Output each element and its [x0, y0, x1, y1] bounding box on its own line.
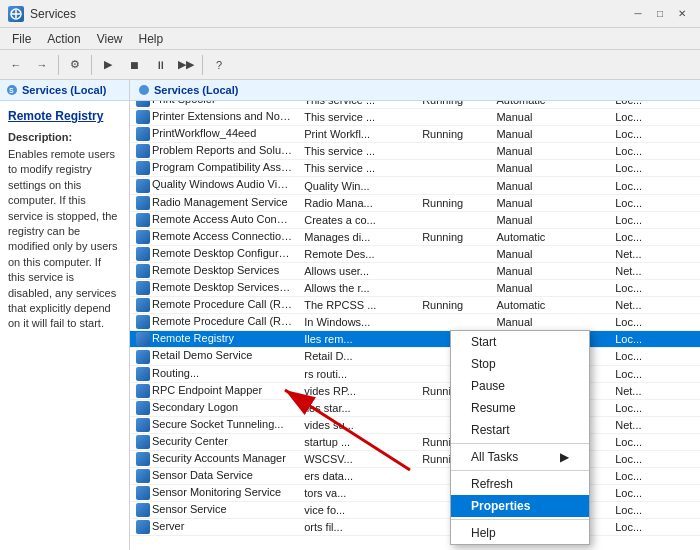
- table-row[interactable]: RPC Endpoint Mapper vides RP... Running …: [130, 382, 700, 399]
- table-row[interactable]: Remote Desktop Services U... Allows the …: [130, 280, 700, 297]
- help-button[interactable]: ?: [207, 53, 231, 77]
- service-desc-cell: ers data...: [298, 468, 416, 485]
- services-local-icon: S: [6, 84, 18, 96]
- service-name-cell: Quality Windows Audio Vid...: [130, 177, 298, 194]
- service-status-cell: [416, 245, 490, 262]
- service-desc-cell: Manages di...: [298, 228, 416, 245]
- service-status-cell: Running: [416, 194, 490, 211]
- service-desc-cell: vice fo...: [298, 502, 416, 519]
- main-container: S Services (Local) Remote Registry Descr…: [0, 80, 700, 550]
- table-row[interactable]: Remote Registry Iles rem... Disabled Loc…: [130, 331, 700, 348]
- minimize-button[interactable]: ─: [628, 5, 648, 23]
- service-desc-cell: This service ...: [298, 143, 416, 160]
- service-name-cell: Security Center: [130, 433, 298, 450]
- table-row[interactable]: Secure Socket Tunneling... vides su... M…: [130, 416, 700, 433]
- service-logon-cell: Loc...: [609, 109, 699, 126]
- service-icon: [136, 213, 150, 227]
- context-menu-item-help[interactable]: Help: [451, 522, 589, 544]
- table-row[interactable]: Remote Procedure Call (RPC) The RPCSS ..…: [130, 297, 700, 314]
- table-row[interactable]: Printer Extensions and Notif... This ser…: [130, 109, 700, 126]
- table-row[interactable]: Security Accounts Manager WSCSV... Runni…: [130, 450, 700, 467]
- service-desc-cell: This service ...: [298, 160, 416, 177]
- service-desc-cell: Retail D...: [298, 348, 416, 365]
- service-logon-cell: Loc...: [609, 143, 699, 160]
- service-icon: [136, 503, 150, 517]
- service-name-cell: Remote Desktop Services: [130, 262, 298, 279]
- table-row[interactable]: PrintWorkflow_44eed Print Workfl... Runn…: [130, 126, 700, 143]
- menu-file[interactable]: File: [4, 30, 39, 48]
- service-logon-cell: Loc...: [609, 160, 699, 177]
- left-panel-header-label: Services (Local): [22, 84, 106, 96]
- service-desc-cell: startup ...: [298, 433, 416, 450]
- table-row[interactable]: Program Compatibility Assi... This servi…: [130, 160, 700, 177]
- window-controls[interactable]: ─ □ ✕: [628, 5, 692, 23]
- service-icon: [136, 332, 150, 346]
- table-row[interactable]: Retail Demo Service Retail D... Manual L…: [130, 348, 700, 365]
- service-startup-cell: Manual: [490, 211, 609, 228]
- context-menu-item-start[interactable]: Start: [451, 331, 589, 353]
- service-status-cell: Running: [416, 101, 490, 109]
- service-logon-cell: Loc...: [609, 211, 699, 228]
- service-icon: [136, 161, 150, 175]
- table-row[interactable]: Secondary Logon iles star... Manual Loc.…: [130, 399, 700, 416]
- service-status-cell: [416, 262, 490, 279]
- service-name-cell: Remote Desktop Services U...: [130, 280, 298, 297]
- maximize-button[interactable]: □: [650, 5, 670, 23]
- back-button[interactable]: ←: [4, 53, 28, 77]
- service-name-cell: Server: [130, 519, 298, 536]
- services-table-scroll[interactable]: ▲ Name Description Status Startup Type L…: [130, 101, 700, 536]
- menu-view[interactable]: View: [89, 30, 131, 48]
- table-row[interactable]: Sensor Monitoring Service tors va... Man…: [130, 485, 700, 502]
- service-desc-cell: Remote Des...: [298, 245, 416, 262]
- table-row[interactable]: Security Center startup ... Running Auto…: [130, 433, 700, 450]
- table-row[interactable]: Remote Procedure Call (RP... In Windows.…: [130, 314, 700, 331]
- service-startup-cell: Automatic: [490, 101, 609, 109]
- table-row[interactable]: Routing... rs routi... Disabled Loc...: [130, 365, 700, 382]
- menu-action[interactable]: Action: [39, 30, 88, 48]
- skip-button[interactable]: ▶▶: [174, 53, 198, 77]
- table-row[interactable]: Print Spooler This service ... Running A…: [130, 101, 700, 109]
- service-logon-cell: Loc...: [609, 314, 699, 331]
- service-desc-cell: WSCSV...: [298, 450, 416, 467]
- stop-button[interactable]: ⏹: [122, 53, 146, 77]
- table-row[interactable]: Sensor Service vice fo... Manual (Trig..…: [130, 502, 700, 519]
- play-button[interactable]: ▶: [96, 53, 120, 77]
- table-row[interactable]: Remote Desktop Services Allows user... M…: [130, 262, 700, 279]
- menu-help[interactable]: Help: [131, 30, 172, 48]
- table-row[interactable]: Radio Management Service Radio Mana... R…: [130, 194, 700, 211]
- context-menu-item-pause[interactable]: Pause: [451, 375, 589, 397]
- table-row[interactable]: Sensor Data Service ers data... Manual (…: [130, 468, 700, 485]
- context-menu-item-restart[interactable]: Restart: [451, 419, 589, 441]
- service-status-cell: Running: [416, 297, 490, 314]
- selected-service-title[interactable]: Remote Registry: [8, 109, 121, 123]
- pause-button[interactable]: ⏸: [148, 53, 172, 77]
- context-menu-item-properties[interactable]: Properties: [451, 495, 589, 517]
- table-row[interactable]: Remote Access Connection... Manages di..…: [130, 228, 700, 245]
- service-status-cell: [416, 211, 490, 228]
- context-menu-item-resume[interactable]: Resume: [451, 397, 589, 419]
- service-logon-cell: Loc...: [609, 365, 699, 382]
- app-icon: [8, 6, 24, 22]
- table-row[interactable]: Server orts fil... Automatic Loc...: [130, 519, 700, 536]
- context-menu-item-all-tasks[interactable]: All Tasks▶: [451, 446, 589, 468]
- context-menu-item-refresh[interactable]: Refresh: [451, 473, 589, 495]
- toolbar-sep-1: [58, 55, 59, 75]
- context-menu: StartStopPauseResumeRestartAll Tasks▶Ref…: [450, 330, 590, 545]
- context-menu-item-stop[interactable]: Stop: [451, 353, 589, 375]
- service-logon-cell: Loc...: [609, 519, 699, 536]
- toolbar-gear-button[interactable]: ⚙: [63, 53, 87, 77]
- forward-button[interactable]: →: [30, 53, 54, 77]
- service-desc-cell: Creates a co...: [298, 211, 416, 228]
- service-description: Enables remote users to modify registry …: [8, 147, 121, 332]
- service-name-cell: Secondary Logon: [130, 399, 298, 416]
- service-startup-cell: Automatic: [490, 297, 609, 314]
- service-name-cell: Problem Reports and Soluti...: [130, 143, 298, 160]
- close-button[interactable]: ✕: [672, 5, 692, 23]
- table-row[interactable]: Remote Access Auto Conne... Creates a co…: [130, 211, 700, 228]
- table-row[interactable]: Quality Windows Audio Vid... Quality Win…: [130, 177, 700, 194]
- service-status-cell: [416, 314, 490, 331]
- table-row[interactable]: Problem Reports and Soluti... This servi…: [130, 143, 700, 160]
- table-row[interactable]: Remote Desktop Configurat... Remote Des.…: [130, 245, 700, 262]
- service-icon: [136, 281, 150, 295]
- right-panel-header-label: Services (Local): [154, 84, 238, 96]
